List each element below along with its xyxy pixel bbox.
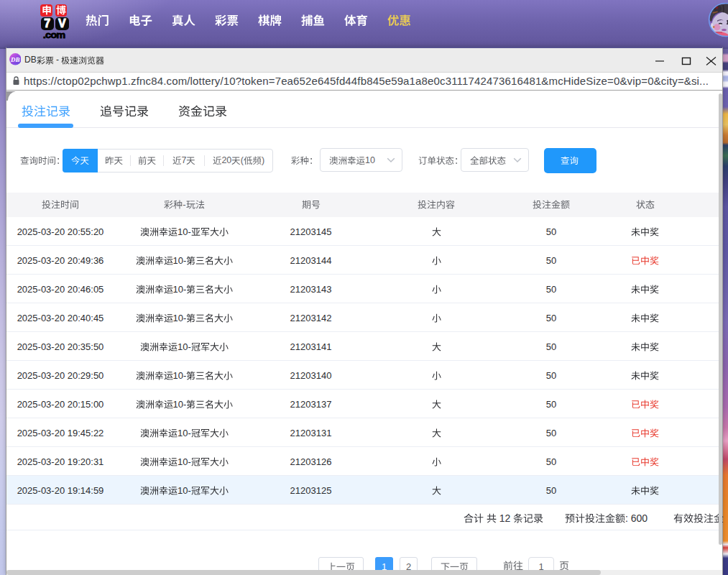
svg-text:DB: DB: [10, 56, 19, 63]
